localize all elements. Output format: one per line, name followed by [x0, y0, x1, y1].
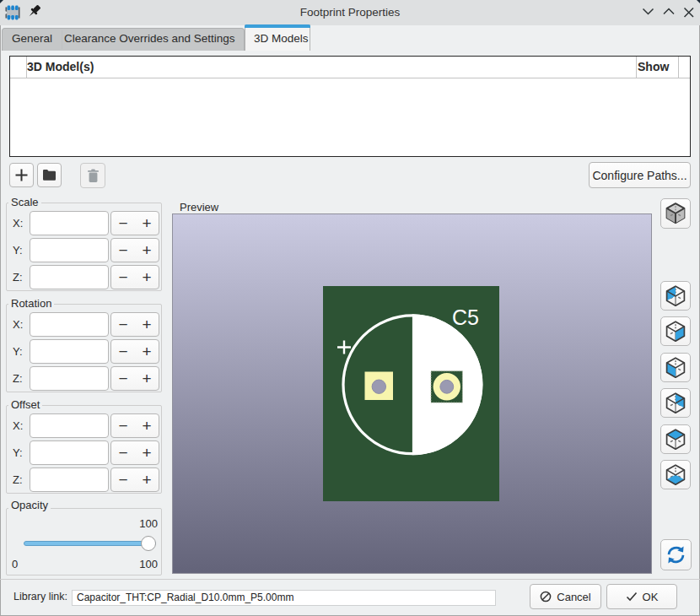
svg-text:C5: C5 — [452, 305, 479, 329]
